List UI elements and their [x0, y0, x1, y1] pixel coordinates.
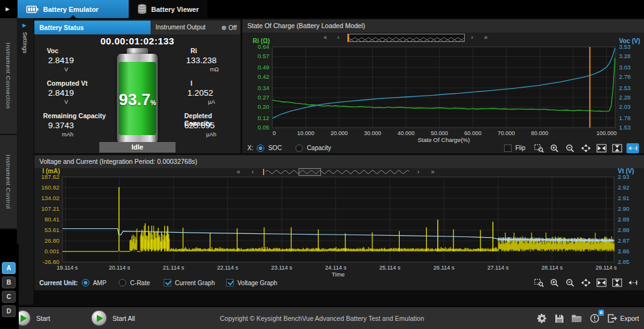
x-axis-mode-label: X:: [247, 144, 253, 151]
nav-next-icon[interactable]: ›: [471, 33, 473, 42]
export-button[interactable]: Export: [607, 313, 639, 323]
vc-controls: Current Unit: AMP C-Rate Current Graph V…: [34, 276, 644, 289]
voltage-graph-checkbox[interactable]: [226, 279, 234, 286]
battery-viewer-icon: [137, 4, 147, 14]
y-left-tick-label: 0.12: [258, 114, 270, 121]
fit-all-icon[interactable]: [580, 143, 592, 153]
x-tick-label: 28.114 s: [542, 265, 563, 271]
elapsed-timer: 00.00:01:02:133: [34, 36, 240, 46]
x-tick-label: 22.114 s: [217, 265, 238, 271]
output-state-label: Off: [229, 24, 237, 31]
folder-icon[interactable]: [572, 314, 582, 323]
y-left-tick-label: 134.02: [41, 195, 59, 201]
capacity-radio[interactable]: [295, 144, 303, 152]
channel-a-button[interactable]: A: [2, 262, 16, 274]
nav-last-icon[interactable]: »: [431, 168, 435, 176]
zoom-in-icon[interactable]: [548, 278, 561, 288]
flip-checkbox[interactable]: [504, 144, 512, 152]
vc-preview-waveform: [265, 168, 409, 176]
nav-prev-icon[interactable]: ‹: [337, 33, 339, 42]
x-tick-label: 70.000: [498, 130, 515, 136]
export-label: Export: [620, 315, 639, 322]
x-tick-label: 26.114 s: [433, 265, 455, 271]
x-tick-label: 23.114 s: [271, 265, 292, 271]
export-icon: [607, 313, 617, 323]
y-right-tick-label: 2.89: [618, 216, 630, 223]
output-state-toggle[interactable]: Off: [222, 21, 237, 34]
rail-section-label: Instrument Control: [5, 154, 12, 209]
expander-icon[interactable]: ▶: [0, 0, 15, 18]
nav-first-icon[interactable]: «: [237, 168, 240, 176]
x-tick-label: 100.000: [597, 130, 617, 136]
preview-cursor: [263, 169, 264, 175]
y-left-tick-label: 107.21: [41, 205, 59, 212]
instrument-output-label: Instrument Output: [156, 21, 206, 34]
settings-strip: ▶ Settings: [17, 18, 34, 305]
fit-vertical-icon[interactable]: [611, 143, 623, 153]
zoom-in-icon[interactable]: [548, 143, 561, 153]
y-right-tick-label: 1.53: [619, 124, 631, 131]
voltage-graph-label: Voltage Graph: [237, 280, 277, 286]
gear-icon[interactable]: [537, 313, 547, 323]
fit-horizontal-icon[interactable]: [595, 143, 608, 153]
soc-radio[interactable]: [257, 144, 264, 152]
save-icon[interactable]: [555, 314, 564, 323]
y-right-tick-label: 2.53: [619, 84, 631, 91]
channel-c-button[interactable]: C: [2, 291, 16, 303]
cursor-track-icon[interactable]: [627, 278, 639, 288]
amp-radio[interactable]: [82, 279, 89, 286]
active-tab-notch: [70, 15, 76, 18]
zoom-box-icon[interactable]: [533, 278, 545, 288]
depleted-capacity-value: 625.695: [184, 121, 215, 130]
ri-unit: mΩ: [210, 66, 219, 73]
start-button[interactable]: Start: [15, 310, 50, 326]
y-right-tick-label: 1.78: [619, 114, 631, 121]
y-left-tick-label: 160.82: [41, 184, 59, 191]
vc-panel-title: Voltage and Current (Integration Period:…: [34, 155, 644, 168]
soc-preview-scrollbox[interactable]: [347, 34, 465, 42]
battery-status-tab[interactable]: Battery Status: [34, 21, 151, 34]
soc-preview-waveform: [348, 36, 464, 43]
voltage-current-panel: 19.114 s20.114 s21.114 s22.114 s23.114 s…: [34, 155, 644, 290]
battery-graphic: 93.7%: [117, 54, 158, 143]
x-tick-label: 27.114 s: [487, 265, 508, 271]
y-right-tick-label: 2.88: [618, 226, 630, 233]
nav-first-icon[interactable]: «: [324, 33, 327, 42]
zoom-out-icon[interactable]: [564, 143, 577, 153]
y-right-tick-label: 2.91: [618, 195, 630, 201]
cursor-track-icon[interactable]: [627, 143, 639, 153]
x-tick-label: 19.114 s: [57, 265, 78, 271]
current-graph-checkbox[interactable]: [164, 279, 171, 286]
fit-horizontal-icon[interactable]: [595, 278, 608, 288]
alert-icon[interactable]: 6: [590, 313, 600, 323]
tab-battery-viewer[interactable]: Battery Viewer: [129, 0, 207, 18]
channel-d-button[interactable]: D: [2, 305, 16, 317]
zoom-box-icon[interactable]: [533, 143, 545, 153]
benchvue-app: ▶ Battery Emulator Battery View: [0, 0, 644, 329]
fit-vertical-icon[interactable]: [611, 278, 623, 288]
sidebar-item-settings[interactable]: Settings: [22, 32, 29, 53]
sidebar-item-instrument-connection[interactable]: Instrument Connection: [0, 18, 17, 135]
tab-label: Battery Viewer: [151, 6, 199, 13]
nav-last-icon[interactable]: »: [484, 33, 488, 42]
x-tick-label: 20.000: [330, 130, 348, 136]
nav-prev-icon[interactable]: ‹: [252, 168, 254, 176]
tab-battery-emulator[interactable]: Battery Emulator: [17, 0, 129, 18]
capacity-radio-label: Capacity: [307, 144, 331, 151]
tab-bar: ▶ Battery Emulator Battery View: [0, 0, 644, 18]
depleted-capacity-unit: µAh: [206, 131, 216, 138]
y-left-tick-label: 53.61: [44, 226, 59, 233]
computed-vt-value: 2.8419: [48, 88, 74, 98]
nav-next-icon[interactable]: ›: [417, 168, 419, 176]
remaining-capacity-label: Remaining Capacity: [43, 112, 106, 119]
fit-all-icon[interactable]: [580, 278, 592, 288]
sidebar-item-instrument-control[interactable]: Instrument Control: [0, 135, 17, 230]
crate-radio[interactable]: [119, 279, 126, 286]
zoom-out-icon[interactable]: [564, 278, 577, 288]
channel-b-button[interactable]: B: [2, 276, 16, 288]
settings-arrow-icon[interactable]: ▶: [22, 23, 26, 28]
vc-preview-scrollbox[interactable]: [299, 168, 321, 176]
start-all-button[interactable]: Start All: [91, 310, 135, 326]
start-label: Start: [36, 315, 50, 322]
y-right-tick-label: 2.92: [618, 184, 630, 191]
